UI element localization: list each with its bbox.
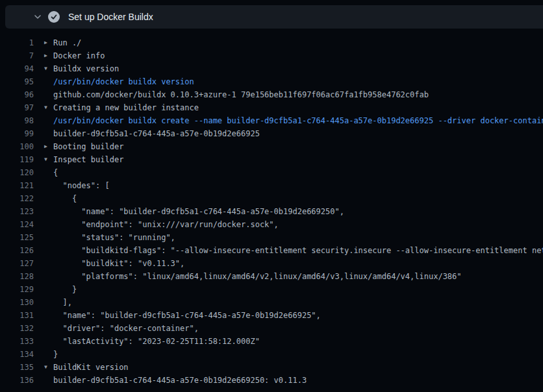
arrow-spacer [44, 283, 53, 296]
line-number[interactable]: 125 [0, 231, 34, 244]
log-output-text: "platforms": "linux/amd64,linux/amd64/v2… [53, 270, 462, 283]
arrow-spacer [44, 244, 53, 257]
line-number[interactable]: 119 [0, 153, 34, 166]
log-output-text: "buildkit": "v0.11.3", [53, 257, 184, 270]
log-group-title[interactable]: Run ./ [53, 36, 81, 49]
arrow-spacer [44, 322, 53, 335]
group-collapsed-arrow-icon[interactable]: ▶ [44, 36, 53, 49]
log-line: 135▼BuildKit version [0, 361, 543, 374]
log-group-title[interactable]: Creating a new builder instance [53, 101, 199, 114]
log-line: 94▼Buildx version [0, 62, 543, 75]
line-number[interactable]: 97 [0, 101, 34, 114]
log-line: 133 "lastActivity": "2023-02-25T11:58:12… [0, 335, 543, 348]
log-group-title[interactable]: Docker info [53, 49, 105, 62]
group-expanded-arrow-icon[interactable]: ▼ [44, 361, 53, 374]
line-number[interactable]: 134 [0, 348, 34, 361]
log-line: 134} [0, 348, 543, 361]
line-number[interactable]: 123 [0, 205, 34, 218]
log-output-text: ], [53, 296, 72, 309]
line-number[interactable]: 131 [0, 309, 34, 322]
arrow-spacer [44, 374, 53, 387]
log-line: 98/usr/bin/docker buildx create --name b… [0, 114, 543, 127]
line-number[interactable]: 133 [0, 335, 34, 348]
chevron-down-icon-svg [34, 13, 42, 21]
log-line: 122 { [0, 192, 543, 205]
success-check-icon [48, 11, 60, 23]
step-header[interactable]: Set up Docker Buildx [5, 5, 543, 29]
log-output-text: } [53, 348, 58, 361]
line-number[interactable]: 135 [0, 361, 34, 374]
log-line: 136builder-d9cfb5a1-c764-445a-a57e-0b19d… [0, 374, 543, 387]
log-line: 97▼Creating a new builder instance [0, 101, 543, 114]
log-output-text: { [53, 166, 58, 179]
log-line: 128 "platforms": "linux/amd64,linux/amd6… [0, 270, 543, 283]
line-number[interactable]: 122 [0, 192, 34, 205]
line-number[interactable]: 132 [0, 322, 34, 335]
line-number[interactable]: 129 [0, 283, 34, 296]
log-group-title[interactable]: Buildx version [53, 62, 119, 75]
log-group-title[interactable]: BuildKit version [53, 361, 129, 374]
step-title: Set up Docker Buildx [68, 12, 153, 22]
log-line: 1▶Run ./ [0, 36, 543, 49]
group-expanded-arrow-icon[interactable]: ▼ [44, 101, 53, 114]
log-output-text: "name": "builder-d9cfb5a1-c764-445a-a57e… [53, 309, 321, 322]
log-output-text: "name": "builder-d9cfb5a1-c764-445a-a57e… [53, 205, 344, 218]
arrow-spacer [44, 309, 53, 322]
arrow-spacer [44, 270, 53, 283]
arrow-spacer [44, 231, 53, 244]
log-line: 119▼Inspect builder [0, 153, 543, 166]
log-line: 100▶Booting builder [0, 140, 543, 153]
arrow-spacer [44, 88, 53, 101]
arrow-spacer [44, 257, 53, 270]
log-command-text: /usr/bin/docker buildx create --name bui… [53, 114, 543, 127]
line-number[interactable]: 130 [0, 296, 34, 309]
arrow-spacer [44, 348, 53, 361]
group-expanded-arrow-icon[interactable]: ▼ [44, 62, 53, 75]
line-number[interactable]: 126 [0, 244, 34, 257]
log-line: 120{ [0, 166, 543, 179]
arrow-spacer [44, 296, 53, 309]
log-line: 124 "endpoint": "unix:///var/run/docker.… [0, 218, 543, 231]
line-number[interactable]: 128 [0, 270, 34, 283]
arrow-spacer [44, 335, 53, 348]
log-line: 125 "status": "running", [0, 231, 543, 244]
log-output-text: "driver": "docker-container", [53, 322, 199, 335]
log-line: 123 "name": "builder-d9cfb5a1-c764-445a-… [0, 205, 543, 218]
group-expanded-arrow-icon[interactable]: ▼ [44, 153, 53, 166]
line-number[interactable]: 7 [0, 49, 34, 62]
arrow-spacer [44, 192, 53, 205]
log-line: 96github.com/docker/buildx 0.10.3+azure-… [0, 88, 543, 101]
line-number[interactable]: 136 [0, 374, 34, 387]
line-number[interactable]: 100 [0, 140, 34, 153]
log-line: 132 "driver": "docker-container", [0, 322, 543, 335]
line-number[interactable]: 95 [0, 75, 34, 88]
log-line: 121 "nodes": [ [0, 179, 543, 192]
arrow-spacer [44, 127, 53, 140]
log-container[interactable]: 1▶Run ./7▶Docker info94▼Buildx version95… [0, 29, 543, 392]
log-group-title[interactable]: Inspect builder [53, 153, 123, 166]
log-command-text: /usr/bin/docker buildx version [53, 75, 194, 88]
chevron-down-icon[interactable] [33, 12, 42, 21]
log-output-text: "nodes": [ [53, 179, 110, 192]
log-line: 126 "buildkitd-flags": "--allow-insecure… [0, 244, 543, 257]
line-number[interactable]: 94 [0, 62, 34, 75]
log-line: 131 "name": "builder-d9cfb5a1-c764-445a-… [0, 309, 543, 322]
group-collapsed-arrow-icon[interactable]: ▶ [44, 49, 53, 62]
log-line: 7▶Docker info [0, 49, 543, 62]
arrow-spacer [44, 114, 53, 127]
line-number[interactable]: 124 [0, 218, 34, 231]
line-number[interactable]: 121 [0, 179, 34, 192]
group-collapsed-arrow-icon[interactable]: ▶ [44, 140, 53, 153]
line-number[interactable]: 127 [0, 257, 34, 270]
log-line: 127 "buildkit": "v0.11.3", [0, 257, 543, 270]
line-number[interactable]: 96 [0, 88, 34, 101]
log-output-text: builder-d9cfb5a1-c764-445a-a57e-0b19d2e6… [53, 374, 307, 387]
log-output-text: } [53, 283, 77, 296]
line-number[interactable]: 120 [0, 166, 34, 179]
line-number[interactable]: 98 [0, 114, 34, 127]
log-line: 130 ], [0, 296, 543, 309]
line-number[interactable]: 1 [0, 36, 34, 49]
log-group-title[interactable]: Booting builder [53, 140, 123, 153]
log-output-text: github.com/docker/buildx 0.10.3+azure-1 … [53, 88, 429, 101]
line-number[interactable]: 99 [0, 127, 34, 140]
